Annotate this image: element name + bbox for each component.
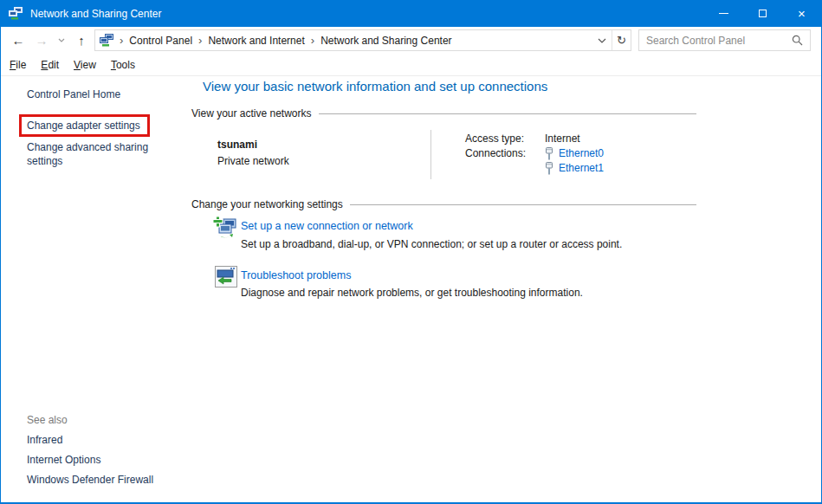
- breadcrumb-separator: ›: [198, 34, 202, 47]
- sidebar-change-adapter-settings[interactable]: Change adapter settings: [27, 120, 140, 132]
- window-controls: ×: [704, 0, 821, 27]
- network-details: Access type: Internet Connections: Ether…: [465, 132, 604, 176]
- connection-link-ethernet1[interactable]: Ethernet1: [559, 161, 604, 176]
- connection-link-ethernet0[interactable]: Ethernet0: [559, 146, 604, 161]
- sidebar-change-advanced-sharing[interactable]: Change advanced sharing settings: [27, 140, 159, 168]
- sidebar-infrared[interactable]: Infrared: [27, 434, 62, 446]
- maximize-icon: [759, 10, 767, 17]
- close-button[interactable]: ×: [782, 0, 821, 27]
- see-also-label: See also: [27, 414, 68, 426]
- troubleshoot-description: Diagnose and repair network problems, or…: [241, 287, 583, 299]
- breadcrumb-network-sharing-center[interactable]: Network and Sharing Center: [320, 35, 451, 47]
- chevron-down-icon: [598, 38, 606, 43]
- breadcrumb-separator: ›: [120, 34, 123, 47]
- address-dropdown-button[interactable]: [592, 30, 612, 50]
- up-button[interactable]: ↑: [70, 27, 93, 54]
- breadcrumb-separator: ›: [311, 34, 314, 47]
- ethernet-icon: [545, 162, 553, 175]
- access-type-label: Access type:: [465, 132, 545, 146]
- window-title: Network and Sharing Center: [30, 8, 161, 20]
- search-icon[interactable]: [792, 35, 803, 46]
- address-bar-buttons: ↻: [592, 30, 631, 50]
- navigation-toolbar: ← → ↑ › Control Panel › Network and Inte…: [1, 27, 821, 54]
- ethernet-icon: [545, 147, 553, 160]
- network-type: Private network: [217, 155, 289, 167]
- troubleshoot-link[interactable]: Troubleshoot problems: [241, 269, 351, 281]
- sidebar-control-panel-home[interactable]: Control Panel Home: [27, 88, 120, 100]
- chevron-down-icon: [58, 38, 65, 42]
- address-bar[interactable]: › Control Panel › Network and Internet ›…: [94, 29, 631, 51]
- network-icon: [9, 7, 23, 21]
- network-name: tsunami: [217, 139, 257, 151]
- network-panel-divider: [430, 130, 431, 179]
- menu-view[interactable]: View: [74, 59, 96, 71]
- close-icon: ×: [798, 7, 806, 20]
- network-sharing-center-window: Network and Sharing Center × ← → ↑: [0, 0, 822, 504]
- active-networks-section-header: View your active networks: [191, 107, 696, 120]
- connections-label: Connections:: [465, 146, 545, 161]
- menu-file[interactable]: File: [10, 59, 26, 71]
- page-title: View your basic network information and …: [203, 79, 547, 94]
- title-bar: Network and Sharing Center ×: [1, 0, 821, 27]
- sidebar-windows-defender-firewall[interactable]: Windows Defender Firewall: [27, 474, 153, 486]
- breadcrumb-network-and-internet[interactable]: Network and Internet: [208, 35, 304, 47]
- refresh-button[interactable]: ↻: [612, 30, 631, 50]
- active-networks-label: View your active networks: [191, 107, 319, 120]
- menu-edit[interactable]: Edit: [41, 59, 59, 71]
- search-box: [638, 29, 811, 51]
- access-type-value: Internet: [545, 132, 580, 146]
- new-connection-icon: [213, 216, 237, 244]
- forward-button[interactable]: →: [30, 27, 53, 54]
- minimize-icon: [719, 13, 728, 14]
- network-icon: [100, 34, 113, 48]
- sidebar-internet-options[interactable]: Internet Options: [27, 454, 100, 466]
- back-button[interactable]: ←: [6, 27, 30, 54]
- setup-connection-description: Set up a broadband, dial-up, or VPN conn…: [241, 238, 622, 250]
- menu-tools[interactable]: Tools: [111, 59, 135, 71]
- menu-bar: File Edit View Tools: [1, 54, 821, 76]
- maximize-button[interactable]: [743, 0, 782, 27]
- networking-settings-section-header: Change your networking settings: [191, 198, 696, 210]
- setup-connection-link[interactable]: Set up a new connection or network: [241, 220, 413, 232]
- section-rule: [319, 113, 696, 114]
- breadcrumb-control-panel[interactable]: Control Panel: [129, 35, 192, 47]
- search-input[interactable]: [639, 35, 792, 47]
- networking-settings-label: Change your networking settings: [191, 198, 350, 210]
- section-rule: [350, 204, 696, 205]
- troubleshoot-icon: [215, 266, 237, 292]
- minimize-button[interactable]: [704, 0, 743, 27]
- recent-pages-dropdown[interactable]: [53, 27, 70, 54]
